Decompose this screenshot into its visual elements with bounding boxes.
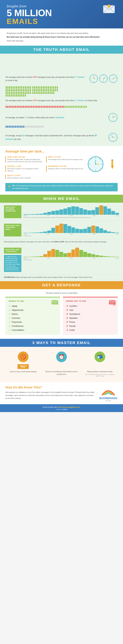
three-ways-grid: 🚫 "NO" Learn to say no and decide quickl… <box>5 350 118 378</box>
when-email-title: WHEN WE EMAIL <box>4 196 119 201</box>
intro-p1: Drowning in email? You're not alone. We … <box>7 32 116 35</box>
recommend-chart <box>23 205 119 215</box>
archive-desc: We archive a quarter of our messages for… <box>7 168 43 172</box>
x-icon-1: ✗ <box>66 305 68 308</box>
important-msgs-visual <box>5 124 118 131</box>
svg-point-15 <box>93 78 94 79</box>
checkmark-icon-7: ✓ <box>9 329 11 332</box>
x-icon-5: ✗ <box>66 321 68 324</box>
header-envelope-icon: ? <box>103 4 115 14</box>
x-icon-6: ✗ <box>66 325 68 328</box>
word-notuse-join: ✗ Join <box>66 308 114 312</box>
boomerang-sendlater-note: Boomerang lets you schedule a message to… <box>0 239 123 245</box>
footer: Email smarter with www.boomeranggmail.co… <box>0 404 123 412</box>
words-use-list: ✓ Apply ✓ Opportunity ✓ Demo ✓ Connect ✓ <box>9 304 57 332</box>
avg-time-title: Average time per task... <box>5 149 118 154</box>
way-3: 📬 Reply quickly to important emails 71% … <box>82 350 118 378</box>
tip-label: TIP: <box>12 185 16 187</box>
words-not-use-header: WORDS NOT TO USE <box>66 300 114 302</box>
way-1: 🚫 "NO" Learn to say no and decide quickl… <box>5 350 41 378</box>
clock-icon-1 <box>89 74 98 83</box>
clock-icon-delete <box>108 113 118 122</box>
read-source: via Send Later <box>23 235 119 236</box>
stat-delete: DELETE: 3.2 SEC 80% are deleted in under… <box>5 174 43 179</box>
when-recommend-label: WHEN PEOPLE RECOMMEND SENDING EMAIL <box>4 205 21 218</box>
words-not-use-list: ✗ Confirm ✗ Join ✗ Assistance ✗ Speaker … <box>66 304 114 332</box>
header-emails: EMAILS <box>7 18 116 25</box>
how-section: How Do We Know This? We analyzed our dat… <box>0 382 123 404</box>
people-svg-147 <box>5 86 115 97</box>
way-2: ⏰ Send non-marketing emails before work … <box>44 350 79 378</box>
svg-point-6 <box>6 56 7 57</box>
checkmark-icon-2: ✓ <box>9 309 11 312</box>
word-notuse-invite: ✗ Invite <box>66 328 114 332</box>
write-desc: The average person writes about 40 messa… <box>48 158 84 160</box>
stat1-people-visual <box>5 86 118 97</box>
send-later-desc: People are slightly better at writing me… <box>7 158 43 163</box>
when-email-header: WHEN WE EMAIL <box>0 195 123 203</box>
delete-icon-visual <box>5 104 118 112</box>
truth-stat1-text: The average email user receives 147 mess… <box>5 75 87 82</box>
boomerang-logo-text: BOOMERANG <box>99 397 118 400</box>
word-notuse-confirm: ✗ Confirm <box>66 304 114 308</box>
way-1-text: Learn to say no and decide quickly. <box>7 370 40 373</box>
page-header: Insights from 5 MILLION EMAILS ? <box>0 0 123 28</box>
boomerang-logo-area: BOOMERANG for Gmail <box>99 386 118 402</box>
truth-stat1-text-block: The average email user receives 147 mess… <box>5 98 118 102</box>
x-icon-4: ✗ <box>66 317 68 320</box>
want-tip-box: ⚡ TIP: Send more effectively at the time… <box>4 255 21 272</box>
word-notuse-press: ✗ Press <box>66 320 114 324</box>
truth-header: THE TRUTH ABOUT EMAIL <box>0 46 123 54</box>
word-use-conference: ✓ Conference <box>9 324 57 328</box>
word-notuse-social: ✗ Social <box>66 324 114 328</box>
x-icon-2: ✗ <box>66 309 68 312</box>
how-text-area: How Do We Know This? We analyzed our dat… <box>5 386 96 400</box>
envelope-use-icon <box>51 300 58 305</box>
svg-point-33 <box>113 78 113 79</box>
pencil-svg <box>109 159 116 170</box>
word-notuse-assistance: ✗ Assistance <box>66 312 114 316</box>
avg-time-tip: ⚡ TIP: TIP: Recognize how long each acti… <box>5 183 118 191</box>
clock-icon-2 <box>99 74 108 83</box>
word-use-apply: ✓ Apply <box>9 304 57 308</box>
stat-archive: ARCHIVE: 7.3 SEC We archive a quarter of… <box>5 165 43 172</box>
tip-lightning-icon: ⚡ <box>8 184 11 188</box>
svg-point-5 <box>6 56 7 57</box>
clock-group-1 <box>89 74 118 83</box>
checkmark-icon-4: ✓ <box>9 317 11 320</box>
want-chart-labels: 12AM6AM12PM6PM12AM <box>23 258 119 259</box>
checkmark-icon-5: ✓ <box>9 321 11 324</box>
intro-section: Drowning in email? You're not alone. We … <box>0 28 123 46</box>
truth-stat1-icons: // We'll generate with JS below <box>5 56 118 73</box>
svg-point-57 <box>113 137 113 138</box>
when-email-section: WHEN PEOPLE RECOMMEND SENDING EMAIL <box>0 203 123 281</box>
write-label: WRITE: 72.9 SEC <box>48 156 84 158</box>
svg-point-46 <box>113 117 113 118</box>
svg-marker-72 <box>111 167 113 169</box>
when-recommend-subsection: WHEN PEOPLE RECOMMEND SENDING EMAIL <box>0 203 123 221</box>
words-use-header: WORDS TO USE <box>9 300 57 302</box>
no-sign-icon: 🚫 <box>18 352 29 362</box>
envelope-red-icon <box>109 300 116 306</box>
svg-text:?: ? <box>108 5 110 7</box>
avg-time-clock <box>87 156 104 172</box>
want-source: via Boomerang <box>23 259 119 260</box>
how-body: We analyzed our database of over five mi… <box>5 391 96 400</box>
word-use-payments: ✓ Payments <box>9 320 57 324</box>
svg-rect-73 <box>111 160 113 161</box>
recommend-chart-labels: 12AM6AM12PM6PM12AM <box>23 215 119 216</box>
want-chart <box>23 248 119 257</box>
intro-p2: But what were we actually doing during a… <box>7 36 116 38</box>
checkmark-icon: ✓ <box>9 305 11 308</box>
response-header: GET A RESPONSE <box>0 281 123 289</box>
word-use-cancellation: ✓ Cancellation <box>9 328 57 332</box>
svg-point-24 <box>103 78 104 79</box>
delete-desc: 80% are deleted in under 3 seconds <box>7 177 43 179</box>
read-chart-labels: 12AM6AM12PM6PM12AM <box>23 234 119 235</box>
response-subtitle: The best words to use in email titles <box>5 292 118 294</box>
send-later-label: SEND LATER: 63.9 SEC <box>7 156 43 158</box>
word-notuse-speaker: ✗ Speaker <box>66 316 114 320</box>
boomerang-logo-sub: for Gmail <box>99 400 118 402</box>
clock-icon-work <box>108 133 118 142</box>
archive-label: ARCHIVE: 7.3 SEC <box>7 165 43 167</box>
